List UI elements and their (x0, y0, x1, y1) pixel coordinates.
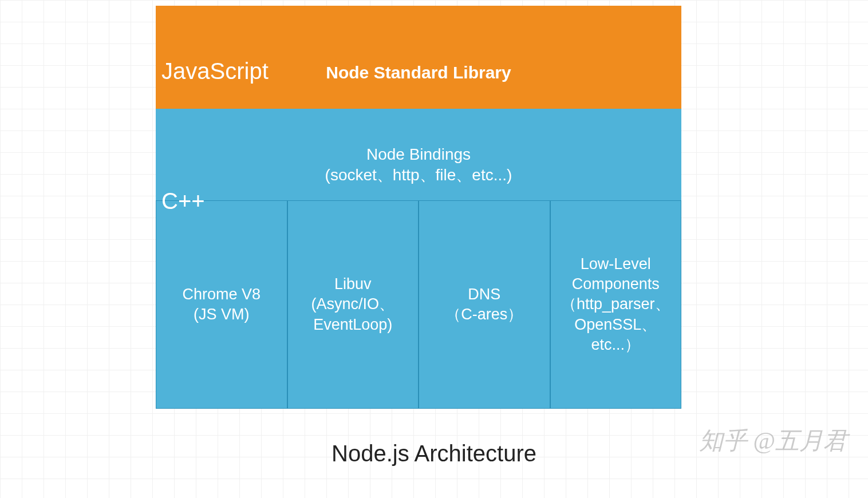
bindings-title-text: Node Bindings (366, 145, 471, 163)
component-detail: （C-ares） (445, 305, 523, 325)
component-name: Libuv (334, 274, 372, 294)
component-detail: (JS VM) (194, 305, 250, 325)
component-detail: (Async/IO、EventLoop) (288, 294, 419, 334)
component-name: Chrome V8 (182, 284, 261, 305)
components-row: Chrome V8 (JS VM) Libuv (Async/IO、EventL… (156, 200, 681, 409)
cpp-label: C++ (161, 188, 205, 214)
node-bindings-label: Node Bindings (socket、http、file、etc...) (325, 144, 512, 186)
bindings-subtitle-text: (socket、http、file、etc...) (325, 166, 512, 184)
component-cell-low-level: Low-Level Components （http_parser、OpenSS… (550, 200, 682, 409)
component-cell-chrome-v8: Chrome V8 (JS VM) (156, 200, 287, 409)
javascript-layer: JavaScript Node Standard Library (156, 6, 681, 109)
node-bindings-row: Node Bindings (socket、http、file、etc...) … (156, 109, 681, 200)
component-name: Low-Level Components (551, 254, 681, 294)
component-detail: （http_parser、OpenSSL、etc...） (551, 294, 681, 354)
component-name: DNS (468, 284, 500, 305)
cpp-layer: Node Bindings (socket、http、file、etc...) … (156, 109, 681, 409)
component-cell-dns: DNS （C-ares） (419, 200, 550, 409)
node-standard-library-label: Node Standard Library (156, 63, 681, 82)
watermark-text: 知乎 @五月君 (699, 425, 847, 457)
component-cell-libuv: Libuv (Async/IO、EventLoop) (287, 200, 419, 409)
architecture-diagram: JavaScript Node Standard Library Node Bi… (156, 6, 681, 409)
